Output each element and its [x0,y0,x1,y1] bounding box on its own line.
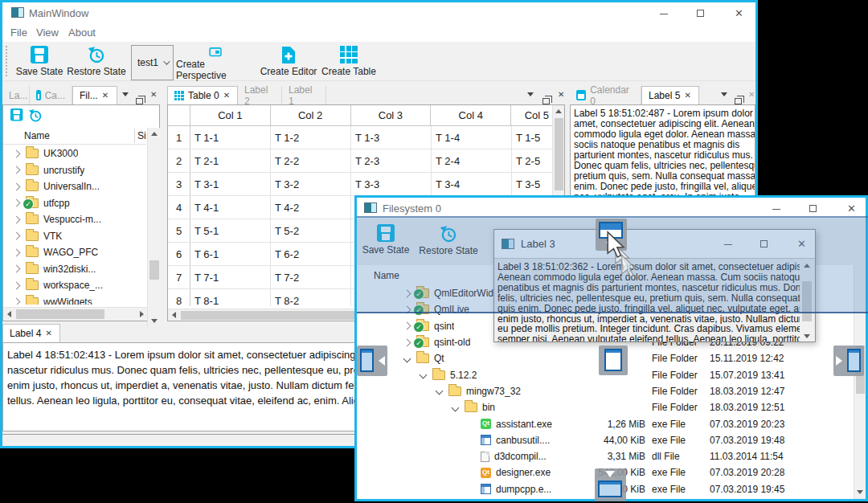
tree-item[interactable]: WAGO_PFC [3,244,146,261]
close-tab-icon[interactable] [102,92,108,100]
row-number[interactable]: 1 [168,126,190,149]
table-cell[interactable]: T 1-3 [351,126,432,149]
minimize-button[interactable] [660,14,668,14]
col-header[interactable]: Col 5 [511,105,552,125]
create-perspective-button[interactable]: Create Perspective [176,47,255,81]
table-cell[interactable]: T 1-4 [432,126,512,149]
col-header[interactable]: Col 2 [271,105,351,125]
table-cell[interactable]: T 8-1 [190,289,271,306]
tab-table0[interactable]: Table 0 [167,86,238,104]
close-tab-icon[interactable] [223,92,230,100]
table-cell[interactable]: T 6-2 [271,243,351,265]
table-cell[interactable]: T 5-1 [190,219,271,242]
table-cell[interactable]: T 2-5 [512,149,553,172]
table-cell[interactable]: T 4-1 [190,196,271,219]
tab-label0[interactable]: La... [2,86,30,104]
drop-indicator-left[interactable] [357,346,387,376]
expand-chevron-icon[interactable] [403,322,411,330]
menu-file[interactable]: File [10,27,27,39]
tab-label2[interactable]: Label 2 [238,86,282,104]
table-cell[interactable]: T 1-5 [512,126,553,149]
save-state-button[interactable]: Save State [12,46,67,81]
table-cell[interactable]: T 2-2 [271,149,351,172]
close-panel-icon[interactable] [748,91,755,99]
expand-chevron-icon[interactable] [12,281,20,289]
scroll-right-icon[interactable] [140,311,144,317]
table-cell[interactable]: T 1-2 [271,126,351,149]
tab-list-button[interactable] [122,92,129,100]
fs-tree-row[interactable]: d3dcompil... 3,31 MiB dll File 11.03.201… [357,448,854,464]
row-number[interactable]: 3 [168,173,190,195]
tab-label4[interactable]: Label 4 [2,324,60,342]
tree-header-size[interactable]: Si [137,130,146,141]
float-panel-icon[interactable] [542,98,550,104]
tab-label1[interactable]: Label 1 [282,86,326,104]
table-cell[interactable]: T 4-2 [271,196,351,219]
tab-filesystem[interactable]: Fil... [72,86,117,104]
expand-chevron-icon[interactable] [12,248,20,256]
header-separator[interactable] [134,129,135,143]
scroll-up-icon[interactable] [555,109,562,113]
expand-chevron-icon[interactable] [12,182,20,190]
perspective-combo[interactable]: test1 [131,45,174,80]
table-cell[interactable]: T 8-2 [271,289,351,306]
table-cell[interactable]: T 3-3 [351,173,432,195]
toolbar-grip[interactable] [6,46,7,76]
row-number[interactable]: 7 [168,266,190,288]
table-cell[interactable]: T 2-4 [432,149,512,172]
create-table-button[interactable]: Create Table [321,46,377,81]
maximize-button[interactable] [697,10,704,17]
vscroll-thumb[interactable] [149,260,159,280]
expand-chevron-icon[interactable] [419,371,427,379]
row-number[interactable]: 2 [168,149,190,172]
tree-header-name[interactable]: Name [24,130,50,141]
expand-chevron-icon[interactable] [435,387,443,395]
tab-calendar[interactable]: Ca... [30,86,72,104]
expand-chevron-icon[interactable] [451,403,459,411]
expand-chevron-icon[interactable] [403,354,411,362]
expand-chevron-icon[interactable] [403,338,411,346]
main-titlebar[interactable]: MainWindow [2,2,755,23]
row-number[interactable]: 6 [168,243,190,265]
close-tab-icon[interactable] [45,329,51,337]
row-number[interactable]: 5 [168,219,190,242]
tab-label5[interactable]: Label 5 [641,86,699,104]
drop-indicator-center[interactable] [599,346,628,375]
restore-state-button[interactable]: Restore State [67,46,126,81]
scroll-left-icon[interactable] [7,311,11,317]
scroll-left-icon[interactable] [172,312,176,318]
float-panel-icon[interactable] [136,98,143,104]
table-cell[interactable]: T 5-2 [271,219,351,242]
tree-vscrollbar[interactable] [147,128,160,327]
close-tab-icon[interactable] [684,92,690,100]
col-header[interactable]: Col 1 [190,105,271,125]
tree-item[interactable]: Vespucci-m... [3,211,146,228]
tree-item[interactable]: UK3000 [3,145,146,162]
vscroll-thumb[interactable] [555,118,563,190]
close-panel-icon[interactable] [150,91,157,99]
drop-indicator-bottom[interactable] [595,468,626,501]
maximize-button[interactable] [809,205,817,212]
minimize-button[interactable] [772,209,780,210]
expand-chevron-icon[interactable] [12,298,20,305]
create-editor-button[interactable]: Create Editor [258,46,319,81]
expand-chevron-icon[interactable] [12,149,20,157]
fs-tree-row[interactable]: bin File Folder 18.03.2019 12:51 [357,399,854,415]
table-cell[interactable]: T 2-1 [190,149,271,172]
table-cell[interactable]: T 7-1 [190,266,271,288]
expand-chevron-icon[interactable] [12,166,20,174]
table-cell[interactable]: T 7-2 [271,266,351,288]
table-cell[interactable]: T 3-2 [271,173,351,195]
close-panel-icon[interactable] [558,91,564,99]
tree-item[interactable]: utfcpp [3,195,146,212]
close-button[interactable] [847,203,856,214]
tree-item[interactable]: wwWidgets [3,294,146,305]
close-button[interactable] [735,8,743,18]
panel-restore-icon[interactable] [28,108,43,123]
fs-tree-row[interactable]: mingw73_32 File Folder 18.03.2019 12:47 [357,383,854,399]
tab-calendar0[interactable]: Calendar 0 [570,86,641,104]
menu-about[interactable]: About [68,27,96,39]
col-header[interactable]: Col 4 [431,105,511,125]
scroll-down-icon[interactable] [857,490,863,494]
tab-list-button[interactable] [527,92,534,100]
